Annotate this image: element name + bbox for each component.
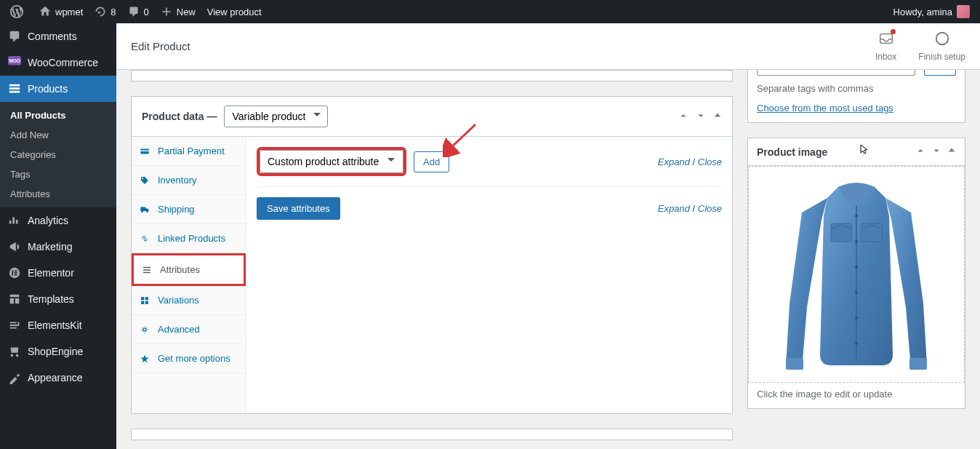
svg-rect-22	[861, 223, 882, 242]
svg-rect-16	[143, 271, 150, 272]
close-link[interactable]: Close	[698, 156, 722, 167]
comments-ab[interactable]: 0	[122, 0, 155, 23]
choose-tags-link[interactable]: Choose from the most used tags	[757, 103, 893, 114]
tab-advanced[interactable]: Advanced	[132, 315, 246, 344]
close-link[interactable]: Close	[698, 203, 722, 214]
tab-label: Shipping	[158, 204, 195, 215]
svg-rect-7	[880, 34, 892, 44]
add-button[interactable]: Add	[414, 151, 449, 172]
view-product[interactable]: View product	[201, 0, 268, 23]
submenu-categories[interactable]: Categories	[0, 145, 116, 164]
tab-label: Variations	[158, 295, 199, 306]
home-icon	[39, 6, 51, 17]
chevron-up-icon[interactable]	[678, 111, 688, 123]
menu-shopengine[interactable]: ShopEngine	[0, 338, 116, 365]
tab-label: Advanced	[158, 324, 200, 335]
menu-analytics[interactable]: Analytics	[0, 207, 116, 234]
tab-variations[interactable]: Variations	[132, 286, 246, 315]
chevron-down-icon[interactable]	[696, 111, 706, 123]
svg-text:WOO: WOO	[9, 58, 20, 63]
save-attributes-button[interactable]: Save attributes	[257, 197, 340, 220]
svg-point-13	[146, 210, 148, 212]
svg-rect-18	[145, 297, 148, 300]
howdy-label: Howdy, amina	[893, 7, 952, 17]
tab-get-more[interactable]: Get more options	[132, 344, 246, 373]
menu-marketing[interactable]: Marketing	[0, 234, 116, 260]
menu-label: ElementsKit	[28, 319, 82, 331]
svg-point-27	[855, 291, 858, 294]
svg-rect-14	[143, 266, 150, 267]
tab-inventory[interactable]: Inventory	[132, 166, 246, 195]
chevron-up-icon[interactable]	[915, 146, 925, 158]
svg-rect-5	[15, 272, 17, 274]
svg-point-29	[855, 342, 858, 345]
svg-rect-19	[141, 301, 144, 303]
grid-icon	[139, 295, 150, 306]
page-title: Edit Product	[131, 40, 190, 52]
tag-icon	[139, 175, 150, 186]
svg-point-8	[936, 33, 948, 45]
refresh-icon	[95, 6, 106, 17]
gear-icon	[139, 325, 150, 335]
elementskit-icon	[7, 318, 22, 333]
caret-up-icon[interactable]	[713, 111, 722, 123]
products-submenu: All Products Add New Categories Tags Att…	[0, 102, 116, 207]
new-content[interactable]: New	[155, 0, 201, 23]
menu-label: Appearance	[28, 372, 83, 384]
woo-icon: WOO	[7, 55, 22, 70]
view-product-label: View product	[207, 7, 262, 17]
menu-appearance[interactable]: Appearance	[0, 365, 116, 391]
wordpress-logo[interactable]	[4, 0, 33, 23]
chevron-down-icon[interactable]	[931, 146, 941, 158]
updates[interactable]: 8	[89, 0, 121, 23]
analytics-icon	[7, 213, 22, 228]
menu-label: Analytics	[28, 215, 68, 226]
submenu-tags[interactable]: Tags	[0, 164, 116, 184]
comment-icon	[128, 6, 140, 17]
menu-comments[interactable]: Comments	[0, 23, 116, 49]
plus-icon	[161, 6, 172, 17]
menu-elementor[interactable]: Elementor	[0, 260, 116, 286]
updates-count: 8	[111, 7, 116, 17]
tab-linked-products[interactable]: Linked Products	[132, 224, 246, 253]
site-name[interactable]: wpmet	[33, 0, 89, 23]
submenu-add-new[interactable]: Add New	[0, 125, 116, 145]
svg-rect-10	[140, 150, 148, 151]
product-data-header: Product data — Variable product	[132, 97, 732, 137]
products-icon	[7, 82, 22, 96]
site-name-label: wpmet	[55, 7, 83, 17]
collapsed-box-2	[131, 429, 733, 440]
tab-attributes[interactable]: Attributes	[132, 253, 246, 286]
inbox-button[interactable]: Inbox	[875, 31, 896, 62]
attribute-row: Custom product attribute Add Expand / Cl…	[257, 147, 722, 187]
expand-close-2: Expand / Close	[658, 203, 722, 214]
product-image-box: Product image	[747, 138, 965, 409]
comment-icon	[7, 29, 22, 44]
save-row: Save attributes Expand / Close	[257, 187, 722, 220]
expand-link[interactable]: Expand	[658, 156, 690, 167]
menu-products[interactable]: Products	[0, 76, 116, 102]
tags-input-partial[interactable]	[757, 70, 915, 76]
expand-close-1: Expand / Close	[658, 156, 722, 167]
list-icon	[141, 265, 153, 275]
product-type-select[interactable]: Variable product	[224, 106, 328, 127]
shirt-image	[762, 172, 951, 376]
menu-woocommerce[interactable]: WOO WooCommerce	[0, 49, 116, 76]
menu-label: Products	[28, 83, 68, 95]
caret-up-icon[interactable]	[947, 146, 956, 158]
finish-setup-button[interactable]: Finish setup	[918, 31, 965, 62]
product-image[interactable]	[748, 166, 965, 383]
menu-templates[interactable]: Templates	[0, 286, 116, 312]
expand-link[interactable]: Expand	[658, 203, 690, 214]
menu-elementskit[interactable]: ElementsKit	[0, 312, 116, 338]
submenu-all-products[interactable]: All Products	[0, 106, 116, 125]
menu-label: Marketing	[28, 241, 72, 253]
attribute-type-select[interactable]: Custom product attribute	[260, 150, 403, 173]
tab-shipping[interactable]: Shipping	[132, 195, 246, 224]
menu-label: Elementor	[28, 267, 74, 279]
howdy[interactable]: Howdy, amina	[888, 0, 976, 23]
submenu-attributes[interactable]: Attributes	[0, 184, 116, 204]
product-data-label: Product data —	[142, 111, 217, 122]
tags-add-partial[interactable]	[924, 70, 956, 76]
tab-partial-payment[interactable]: Partial Payment	[132, 137, 246, 166]
